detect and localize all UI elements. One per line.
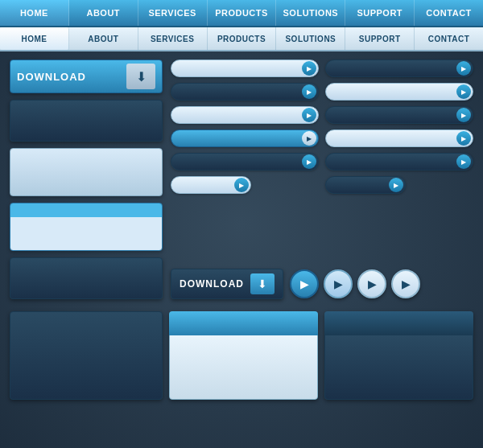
nav2-about[interactable]: ABOUT [69,27,138,50]
bottom-right-panel [324,311,473,400]
scroll-arrow-6[interactable]: ▶ [234,178,249,192]
scrollbar-6[interactable]: ▶ [171,176,251,194]
panel-header-dark-blue [324,311,473,335]
nav2-home[interactable]: HOME [0,27,69,50]
scrollbar-r6[interactable]: ▶ [325,176,406,194]
nav2-solutions[interactable]: SOLUTIONS [276,27,345,50]
scrollbar-r4[interactable]: ▶ [325,129,473,147]
scroll-arrow-r1[interactable]: ▶ [456,61,471,76]
scrollbar-1[interactable]: ▶ [171,60,319,77]
scroll-arrow-2[interactable]: ▶ [302,84,316,99]
play-icon-2: ▶ [334,277,343,290]
nav-solutions[interactable]: SOLUTIONS [276,0,345,26]
panel-body-light [169,335,318,400]
download-label: DOWNLOAD [17,71,86,83]
download-icon-box: ⬇ [126,64,155,89]
main-content: DOWNLOAD ⬇ ▶ ▶ [0,51,483,307]
left-column: DOWNLOAD ⬇ [10,60,163,299]
nav-services[interactable]: SERVICES [138,0,208,26]
second-nav: HOME ABOUT SERVICES PRODUCTS SOLUTIONS S… [0,27,483,51]
nav2-services[interactable]: SERVICES [138,27,208,50]
panel-body-dark [324,335,473,400]
scrollbar-r3[interactable]: ▶ [325,106,473,124]
nav2-products[interactable]: PRODUCTS [208,27,277,50]
scrollbar-r5[interactable]: ▶ [325,153,473,171]
download-label-2: DOWNLOAD [180,278,244,290]
nav-home[interactable]: HOME [0,0,69,26]
download-play-row: DOWNLOAD ⬇ ▶ ▶ ▶ ▶ [171,269,473,299]
left-panel-3 [10,203,163,251]
download-button[interactable]: DOWNLOAD ⬇ [10,60,163,93]
scrollbar-2[interactable]: ▶ [171,83,319,101]
play-icon-4: ▶ [402,277,411,290]
right-section: ▶ ▶ ▶ ▶ ▶ [171,60,473,299]
scroll-arrow-r4[interactable]: ▶ [456,131,471,146]
scroll-arrow-5[interactable]: ▶ [302,154,316,169]
scroll-arrow-r6[interactable]: ▶ [389,178,403,192]
bottom-left-panel [10,311,163,400]
scroll-arrow-4[interactable]: ▶ [302,131,316,146]
nav-contact[interactable]: CONTACT [415,0,483,26]
scroll-arrow-1[interactable]: ▶ [302,61,316,76]
play-buttons-group: ▶ ▶ ▶ ▶ [290,269,420,298]
download-button-2[interactable]: DOWNLOAD ⬇ [171,269,283,299]
download-icon: ⬇ [136,69,147,84]
play-button-4[interactable]: ▶ [391,269,420,298]
bottom-panels [0,311,483,400]
download-icon-2: ⬇ [258,277,267,290]
scroll-col-left: ▶ ▶ ▶ ▶ ▶ [171,60,319,263]
scroll-arrow-r3[interactable]: ▶ [456,108,471,122]
play-button-1[interactable]: ▶ [290,269,319,298]
nav-about[interactable]: ABOUT [69,0,138,26]
play-button-3[interactable]: ▶ [357,269,386,298]
left-panel-2 [10,148,163,196]
play-icon-3: ▶ [368,277,377,290]
left-panel-4 [10,257,163,299]
nav2-support[interactable]: SUPPORT [345,27,415,50]
nav-products[interactable]: PRODUCTS [208,0,277,26]
nav2-contact[interactable]: CONTACT [415,27,483,50]
scrollbar-r1[interactable]: ▶ [325,60,473,77]
panel-header-blue [169,311,318,335]
bottom-center-panel [169,311,318,400]
scrollbar-4[interactable]: ▶ [171,129,319,147]
scrollbar-5[interactable]: ▶ [171,153,319,171]
scrollbar-3[interactable]: ▶ [171,106,319,124]
left-panel-1 [10,100,163,142]
top-nav: HOME ABOUT SERVICES PRODUCTS SOLUTIONS S… [0,0,483,27]
scroll-arrow-r2[interactable]: ▶ [456,84,471,99]
scrollbar-area: ▶ ▶ ▶ ▶ ▶ [171,60,473,263]
scroll-arrow-r5[interactable]: ▶ [456,154,471,169]
play-button-2[interactable]: ▶ [324,269,353,298]
play-icon-1: ▶ [300,277,309,290]
scrollbar-r2[interactable]: ▶ [325,83,473,101]
nav-support[interactable]: SUPPORT [345,0,415,26]
scroll-arrow-3[interactable]: ▶ [302,108,316,122]
download-icon-box-2: ⬇ [250,273,275,294]
scroll-col-right: ▶ ▶ ▶ ▶ ▶ [325,60,473,263]
